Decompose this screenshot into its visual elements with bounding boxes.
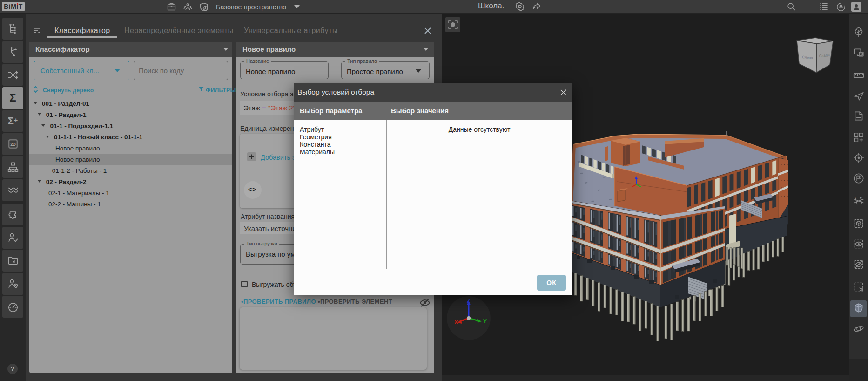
svg-text:Y: Y: [483, 318, 487, 325]
svg-text:2: 2: [861, 196, 862, 199]
svg-text:Z: Z: [467, 298, 470, 304]
svg-text:2D: 2D: [10, 142, 16, 147]
svg-text:1: 1: [855, 197, 856, 199]
svg-text:X: X: [454, 319, 458, 326]
